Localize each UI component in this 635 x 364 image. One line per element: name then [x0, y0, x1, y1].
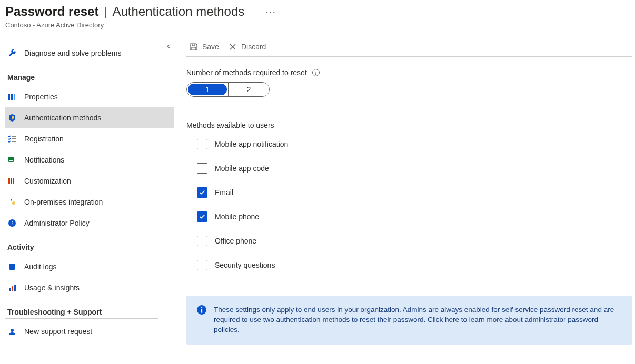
palette-icon: [7, 176, 17, 186]
svg-rect-2: [14, 94, 15, 100]
method-row-email: Email: [197, 187, 632, 198]
person-headset-icon: [7, 327, 17, 336]
info-icon: [197, 305, 206, 315]
page-title: Password reset: [5, 4, 98, 18]
title-separator: |: [104, 4, 107, 18]
method-label: Mobile app code: [215, 164, 269, 173]
method-label: Mobile phone: [215, 213, 259, 221]
method-row-security-questions: Security questions: [197, 260, 632, 270]
save-button[interactable]: Save: [190, 43, 219, 51]
method-label: Email: [215, 188, 233, 197]
checklist-icon: [7, 134, 17, 144]
page-header: Password reset | Authentication methods …: [5, 4, 635, 19]
sidebar-item-auth-methods[interactable]: Authentication methods: [5, 107, 174, 128]
divider: [5, 254, 158, 254]
methods-checklist: Mobile app notification Mobile app code …: [197, 139, 632, 270]
svg-rect-5: [11, 178, 12, 184]
svg-rect-6: [13, 178, 14, 184]
sidebar-item-usage[interactable]: Usage & insights: [5, 277, 174, 298]
method-row-mobile-code: Mobile app code: [197, 163, 632, 174]
save-icon: [190, 43, 198, 51]
chart-icon: [7, 283, 17, 292]
sidebar-item-diagnose[interactable]: Diagnose and solve problems: [5, 43, 174, 64]
svg-rect-1: [11, 94, 13, 100]
sidebar: ‹‹ Diagnose and solve problems Manage Pr…: [5, 43, 174, 345]
svg-rect-18: [201, 309, 202, 313]
method-row-mobile-phone: Mobile phone: [197, 211, 632, 222]
sidebar-item-label: Diagnose and solve problems: [24, 49, 121, 57]
sidebar-item-label: Administrator Policy: [24, 219, 90, 227]
info-tooltip-icon[interactable]: i: [312, 69, 320, 76]
sidebar-item-properties[interactable]: Properties: [5, 86, 174, 107]
checkbox-security-questions[interactable]: [197, 260, 207, 270]
sidebar-item-label: New support request: [24, 327, 92, 336]
methods-count-option-1[interactable]: 1: [187, 83, 228, 96]
divider: [5, 84, 158, 84]
divider: [5, 318, 158, 319]
sidebar-item-on-premises[interactable]: On-premises integration: [5, 191, 174, 213]
sidebar-group-support: Troubleshooting + Support: [5, 308, 174, 316]
info-banner-text[interactable]: These settings only apply to end users i…: [214, 305, 621, 335]
methods-required-label: Number of methods required to reset: [186, 68, 307, 77]
breadcrumb: Contoso - Azure Active Directory: [5, 21, 635, 29]
sidebar-item-label: Properties: [24, 93, 58, 101]
svg-rect-12: [11, 265, 14, 265]
method-label: Office phone: [215, 237, 256, 245]
checkbox-mobile-code[interactable]: [197, 163, 207, 174]
close-icon: [229, 43, 237, 51]
sidebar-item-admin-policy[interactable]: i Administrator Policy: [5, 213, 174, 234]
shield-icon: [7, 113, 17, 123]
sidebar-group-manage: Manage: [5, 73, 174, 82]
key-icon: [7, 197, 17, 207]
checkbox-mobile-notification[interactable]: [197, 139, 207, 149]
method-label: Mobile app notification: [215, 140, 288, 148]
sidebar-item-label: Usage & insights: [24, 284, 80, 292]
sidebar-item-notifications[interactable]: Notifications: [5, 149, 174, 170]
svg-rect-13: [9, 288, 11, 291]
info-icon: i: [7, 218, 17, 228]
sidebar-item-label: Audit logs: [24, 262, 56, 271]
svg-rect-15: [14, 285, 16, 291]
sidebar-item-support-request[interactable]: New support request: [5, 321, 174, 342]
sidebar-item-label: Notifications: [24, 156, 64, 164]
discard-button-label: Discard: [241, 43, 266, 51]
svg-rect-4: [8, 178, 10, 184]
methods-count-option-2[interactable]: 2: [228, 83, 269, 96]
discard-button[interactable]: Discard: [229, 43, 266, 51]
checkbox-office-phone[interactable]: [197, 236, 207, 246]
book-icon: [7, 262, 17, 271]
method-row-mobile-notification: Mobile app notification: [197, 139, 632, 149]
sidebar-item-label: Customization: [24, 177, 71, 185]
sidebar-item-label: Authentication methods: [24, 114, 101, 122]
notification-icon: [7, 155, 17, 165]
sidebar-item-customization[interactable]: Customization: [5, 170, 174, 191]
sidebar-item-registration[interactable]: Registration: [5, 128, 174, 149]
info-banner: These settings only apply to end users i…: [186, 296, 632, 345]
wrench-icon: [7, 48, 17, 58]
methods-count-toggle: 1 2: [186, 82, 270, 97]
methods-available-label: Methods available to users: [186, 121, 632, 129]
toolbar: Save Discard: [186, 43, 632, 57]
sidebar-item-audit-logs[interactable]: Audit logs: [5, 256, 174, 277]
svg-rect-14: [12, 286, 13, 291]
sidebar-item-label: On-premises integration: [24, 198, 103, 206]
sidebar-group-activity: Activity: [5, 243, 174, 251]
svg-rect-3: [8, 157, 14, 162]
method-row-office-phone: Office phone: [197, 236, 632, 246]
svg-rect-11: [9, 264, 15, 270]
svg-point-16: [11, 329, 14, 332]
checkbox-email[interactable]: [197, 187, 207, 198]
svg-text:i: i: [12, 220, 13, 226]
more-actions-icon[interactable]: ···: [265, 6, 276, 18]
checkbox-mobile-phone[interactable]: [197, 211, 207, 222]
save-button-label: Save: [202, 43, 219, 51]
page-subtitle: Authentication methods: [112, 4, 244, 18]
main-content: Save Discard Number of methods required …: [174, 43, 632, 345]
sidebar-item-label: Registration: [24, 135, 64, 143]
method-label: Security questions: [215, 261, 275, 269]
svg-rect-0: [8, 94, 10, 100]
svg-rect-19: [201, 307, 202, 308]
svg-rect-8: [13, 203, 14, 205]
properties-icon: [7, 92, 17, 102]
